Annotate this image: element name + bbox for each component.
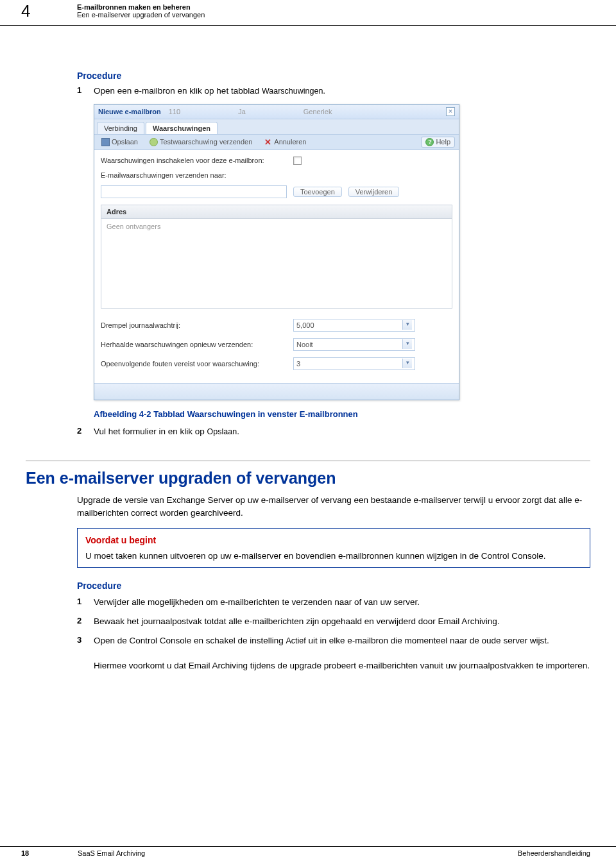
tab-strip: Verbinding Waarschuwingen bbox=[94, 119, 459, 135]
send-test-label: Testwaarschuwing verzenden bbox=[160, 138, 252, 146]
resend-row: Herhaalde waarschuwingen opnieuw verzend… bbox=[101, 338, 452, 351]
resend-value: Nooit bbox=[296, 341, 313, 348]
header-rule bbox=[0, 25, 616, 26]
step-text: Bewaak het journaalpostvak totdat alle e… bbox=[94, 615, 590, 628]
procedure2-step-2: 2 Bewaak het journaalpostvak totdat alle… bbox=[77, 615, 590, 628]
before-you-begin-box: Voordat u begint U moet taken kunnen uit… bbox=[77, 528, 590, 568]
save-icon bbox=[101, 138, 110, 146]
infobox-title: Voordat u begint bbox=[85, 534, 582, 547]
sendto-row: E-mailwaarschuwingen verzenden naar: bbox=[101, 171, 452, 179]
procedure-heading-2: Procedure bbox=[77, 579, 590, 592]
cancel-icon: ✕ bbox=[264, 139, 272, 146]
section-intro: Upgrade de versie van Exchange Server op… bbox=[77, 494, 590, 519]
address-panel-header: Adres bbox=[101, 205, 452, 219]
footer-left: SaaS Email Archiving bbox=[78, 849, 518, 857]
step-extra: Hiermee voorkomt u dat Email Archiving t… bbox=[94, 661, 590, 670]
ui-term: Waarschuwingen bbox=[262, 87, 323, 96]
enable-warnings-row: Waarschuwingen inschakelen voor deze e-m… bbox=[101, 157, 452, 165]
close-icon[interactable]: × bbox=[446, 107, 455, 116]
help-button[interactable]: ? Help bbox=[421, 137, 455, 148]
enable-warnings-label: Waarschuwingen inschakelen voor deze e-m… bbox=[101, 157, 287, 164]
app-window: Nieuwe e-mailbron 110 Ja Generiek × Verb… bbox=[94, 104, 459, 400]
chevron-down-icon: ▾ bbox=[402, 339, 412, 349]
header-title-sub: Een e-mailserver upgraden of vervangen bbox=[77, 11, 205, 19]
footer-right: Beheerdershandleiding bbox=[518, 849, 590, 857]
step-number: 1 bbox=[77, 85, 94, 97]
tab-connection[interactable]: Verbinding bbox=[97, 122, 144, 134]
send-icon bbox=[150, 138, 158, 146]
procedure-step-2: 2 Vul het formulier in en klik op Opslaa… bbox=[77, 425, 590, 438]
figure-caption: Afbeelding 4-2 Tabblad Waarschuwingen in… bbox=[94, 409, 590, 419]
step-text: Open een e-mailbron en klik op het tabbl… bbox=[94, 85, 590, 98]
remove-button[interactable]: Verwijderen bbox=[348, 187, 399, 197]
toolbar: Opslaan Testwaarschuwing verzenden ✕ Ann… bbox=[94, 135, 459, 150]
procedure2-step-3: 3 Open de Control Console en schakel de … bbox=[77, 634, 590, 672]
consecutive-value: 3 bbox=[296, 360, 300, 368]
step-text: Verwijder alle mogelijkheden om e-mailbe… bbox=[94, 596, 590, 609]
add-button[interactable]: Toevoegen bbox=[293, 187, 342, 197]
cancel-label: Annuleren bbox=[274, 138, 306, 146]
resend-select[interactable]: Nooit ▾ bbox=[293, 338, 415, 351]
header-titles: E-mailbronnen maken en beheren Een e-mai… bbox=[77, 1, 205, 19]
cancel-button[interactable]: ✕ Annuleren bbox=[261, 137, 309, 147]
journal-threshold-label: Drempel journaalwachtrij: bbox=[101, 321, 287, 329]
enable-warnings-checkbox[interactable] bbox=[293, 157, 302, 165]
procedure-list-2: 1 Verwijder alle mogelijkheden om e-mail… bbox=[77, 596, 590, 672]
step-text: Vul het formulier in en klik op Opslaan. bbox=[94, 425, 590, 438]
ui-term: Actief bbox=[286, 636, 305, 645]
header-title-main: E-mailbronnen maken en beheren bbox=[77, 3, 205, 11]
help-label: Help bbox=[436, 138, 450, 146]
consecutive-label: Opeenvolgende fouten vereist voor waarsc… bbox=[101, 360, 287, 368]
section-title: Een e-mailserver upgraden of vervangen bbox=[26, 469, 590, 488]
send-test-button[interactable]: Testwaarschuwing verzenden bbox=[146, 137, 255, 148]
section-divider bbox=[26, 461, 590, 461]
page-number: 18 bbox=[21, 849, 78, 857]
infobox-body: U moet taken kunnen uitvoeren op uw e-ma… bbox=[85, 550, 582, 563]
procedure-heading: Procedure bbox=[77, 71, 590, 81]
window-footer bbox=[94, 383, 459, 400]
procedure-step-1: 1 Open een e-mailbron en klik op het tab… bbox=[77, 85, 590, 98]
page-footer: 18 SaaS Email Archiving Beheerdershandle… bbox=[0, 846, 616, 857]
step-text: Open de Control Console en schakel de in… bbox=[94, 634, 590, 672]
window-ghost-text: 110 Ja Generiek bbox=[169, 108, 332, 115]
consecutive-row: Opeenvolgende fouten vereist voor waarsc… bbox=[101, 357, 452, 370]
window-titlebar[interactable]: Nieuwe e-mailbron 110 Ja Generiek × bbox=[94, 105, 459, 119]
recipients-listbox[interactable]: Geen ontvangers bbox=[101, 219, 452, 309]
procedure2-step-1: 1 Verwijder alle mogelijkheden om e-mail… bbox=[77, 596, 590, 609]
window-title: Nieuwe e-mailbron bbox=[98, 108, 161, 115]
ui-term: Opslaan bbox=[207, 427, 237, 436]
help-icon: ? bbox=[425, 138, 434, 146]
chevron-down-icon: ▾ bbox=[402, 320, 412, 330]
tab-warnings[interactable]: Waarschuwingen bbox=[146, 122, 218, 134]
step-number: 3 bbox=[77, 634, 94, 647]
step-number: 2 bbox=[77, 425, 94, 437]
procedure-list-1: 1 Open een e-mailbron en klik op het tab… bbox=[77, 85, 590, 98]
save-label: Opslaan bbox=[112, 138, 138, 146]
page-header: 4 E-mailbronnen maken en beheren Een e-m… bbox=[0, 0, 616, 21]
sendto-label: E-mailwaarschuwingen verzenden naar: bbox=[101, 171, 235, 179]
step-number: 2 bbox=[77, 615, 94, 627]
resend-label: Herhaalde waarschuwingen opnieuw verzend… bbox=[101, 341, 287, 348]
consecutive-select[interactable]: 3 ▾ bbox=[293, 357, 415, 370]
chevron-down-icon: ▾ bbox=[402, 359, 412, 368]
save-button[interactable]: Opslaan bbox=[98, 137, 141, 148]
journal-threshold-row: Drempel journaalwachtrij: 5,000 ▾ bbox=[101, 319, 452, 332]
procedure-list-1-cont: 2 Vul het formulier in en klik op Opslaa… bbox=[77, 425, 590, 438]
chapter-number: 4 bbox=[0, 1, 77, 21]
journal-threshold-value: 5,000 bbox=[296, 321, 314, 329]
sendto-input[interactable] bbox=[101, 185, 287, 198]
step-number: 1 bbox=[77, 596, 94, 608]
journal-threshold-select[interactable]: 5,000 ▾ bbox=[293, 319, 415, 332]
sendto-input-row: Toevoegen Verwijderen bbox=[101, 185, 452, 198]
